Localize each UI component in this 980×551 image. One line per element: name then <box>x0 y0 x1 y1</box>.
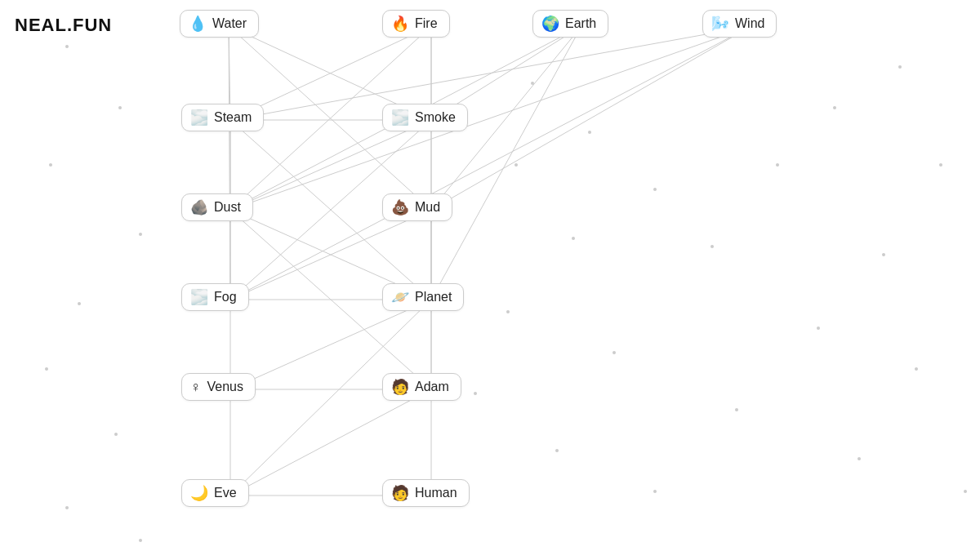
fog-label: Fog <box>214 290 237 304</box>
element-card-steam[interactable]: 🌫️Steam <box>181 104 264 131</box>
background-dot <box>78 302 81 305</box>
background-dot <box>964 490 967 493</box>
eve-label: Eve <box>214 486 237 500</box>
svg-line-8 <box>229 26 230 300</box>
dust-icon: 🪨 <box>190 200 208 215</box>
smoke-label: Smoke <box>415 110 456 125</box>
background-dot <box>710 245 714 248</box>
wind-icon: 🌬️ <box>711 16 729 31</box>
background-dot <box>49 163 52 167</box>
smoke-icon: 🌫️ <box>391 110 409 125</box>
fire-icon: 🔥 <box>391 16 409 31</box>
background-dot <box>506 310 510 313</box>
water-label: Water <box>212 16 247 31</box>
background-dot <box>882 253 885 256</box>
element-card-smoke[interactable]: 🌫️Smoke <box>382 104 468 131</box>
background-dot <box>939 163 942 167</box>
earth-icon: 🌍 <box>541 16 559 31</box>
element-card-earth[interactable]: 🌍Earth <box>532 10 608 38</box>
background-dot <box>514 163 518 167</box>
svg-line-28 <box>431 26 751 210</box>
svg-line-10 <box>431 26 581 300</box>
background-dot <box>817 327 820 330</box>
background-dot <box>139 233 142 236</box>
adam-icon: 🧑 <box>391 380 409 394</box>
background-dot <box>65 506 69 509</box>
element-card-wind[interactable]: 🌬️Wind <box>702 10 777 38</box>
planet-icon: 🪐 <box>391 290 409 304</box>
element-card-dust[interactable]: 🪨Dust <box>181 193 253 221</box>
element-card-venus[interactable]: ♀Venus <box>181 373 256 401</box>
dust-label: Dust <box>214 200 241 215</box>
element-card-eve[interactable]: 🌙Eve <box>181 479 249 507</box>
eve-icon: 🌙 <box>190 486 208 500</box>
element-card-planet[interactable]: 🪐Planet <box>382 283 464 311</box>
adam-label: Adam <box>415 380 449 394</box>
steam-label: Steam <box>214 110 252 125</box>
background-dot <box>114 433 118 436</box>
mud-icon: 💩 <box>391 200 409 215</box>
background-dot <box>898 65 902 69</box>
background-dot <box>118 106 122 109</box>
wind-label: Wind <box>735 16 764 31</box>
background-dot <box>531 82 534 85</box>
element-card-adam[interactable]: 🧑Adam <box>382 373 461 401</box>
svg-line-26 <box>230 26 751 120</box>
svg-line-7 <box>230 26 751 210</box>
svg-line-9 <box>230 26 751 300</box>
element-card-water[interactable]: 💧Water <box>180 10 259 38</box>
fire-label: Fire <box>415 16 438 31</box>
earth-label: Earth <box>565 16 596 31</box>
background-dot <box>612 351 616 354</box>
background-dot <box>653 490 657 493</box>
venus-icon: ♀ <box>190 380 202 394</box>
logo: NEAL.FUN <box>15 15 112 36</box>
background-dot <box>776 163 779 167</box>
background-dot <box>474 392 477 395</box>
background-dot <box>572 237 575 240</box>
planet-label: Planet <box>415 290 452 304</box>
human-icon: 🧑 <box>391 486 409 500</box>
background-dot <box>735 408 738 411</box>
background-dot <box>858 457 861 460</box>
element-card-human[interactable]: 🧑Human <box>382 479 470 507</box>
element-card-fog[interactable]: 🌫️Fog <box>181 283 249 311</box>
background-dot <box>45 367 48 371</box>
connection-lines <box>0 0 980 551</box>
water-icon: 💧 <box>189 16 207 31</box>
element-card-mud[interactable]: 💩Mud <box>382 193 452 221</box>
background-dot <box>653 188 657 191</box>
mud-label: Mud <box>415 200 440 215</box>
background-dot <box>65 45 69 48</box>
venus-label: Venus <box>207 380 243 394</box>
fog-icon: 🌫️ <box>190 290 208 304</box>
background-dot <box>833 106 836 109</box>
steam-icon: 🌫️ <box>190 110 208 125</box>
human-label: Human <box>415 486 457 500</box>
background-dot <box>555 449 559 452</box>
background-dot <box>588 131 591 134</box>
element-card-fire[interactable]: 🔥Fire <box>382 10 450 38</box>
background-dot <box>915 367 918 371</box>
background-dot <box>139 539 142 542</box>
